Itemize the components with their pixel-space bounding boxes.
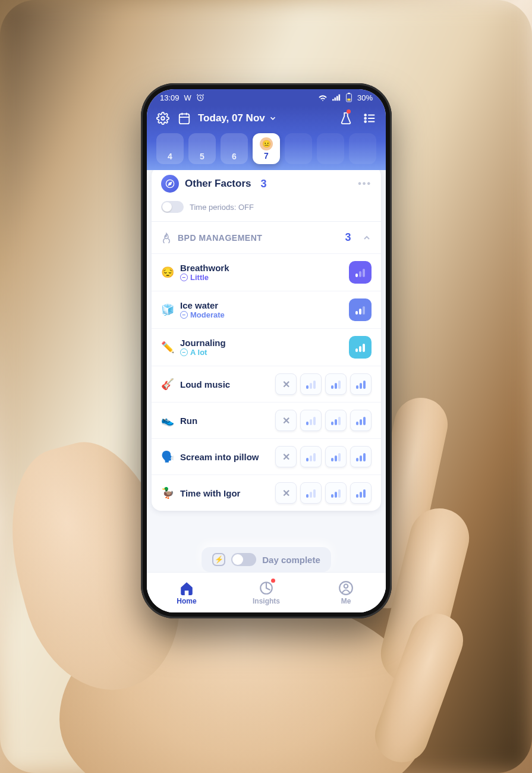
scale-high[interactable] (350, 410, 372, 431)
svg-rect-3 (347, 99, 350, 101)
day-cell[interactable] (317, 133, 344, 164)
scale-none[interactable]: ✕ (275, 446, 297, 467)
section-count: 3 (345, 231, 351, 244)
day-cell[interactable]: 4 (156, 133, 184, 164)
card-count: 3 (260, 178, 266, 190)
item-name: Journaling (180, 338, 343, 348)
section-header[interactable]: BPD MANAGEMENT 3 (152, 222, 381, 253)
scale-low[interactable] (300, 482, 322, 504)
svg-point-10 (364, 121, 366, 122)
chevron-down-icon (269, 114, 277, 122)
nav-me[interactable]: Me (306, 573, 386, 612)
day-complete-bar: ⚡ Day complete (147, 547, 386, 572)
notification-dot (347, 109, 351, 114)
item-emoji: 😔 (161, 266, 174, 279)
time-periods-toggle[interactable] (161, 201, 184, 213)
toggle-label: Time periods: OFF (190, 203, 254, 212)
card-more-icon[interactable]: ••• (358, 178, 372, 189)
scale-med[interactable] (325, 373, 347, 395)
nav-home[interactable]: Home (147, 573, 226, 612)
factor-item[interactable]: 🗣️Scream into pillow✕ (152, 438, 381, 475)
item-name: Ice water (180, 300, 343, 310)
svg-point-6 (364, 114, 366, 116)
settings-icon[interactable] (155, 111, 171, 126)
day-selector: 456😐7 (155, 133, 377, 164)
scale-none[interactable]: ✕ (275, 482, 297, 504)
svg-point-16 (344, 584, 348, 588)
scale-med[interactable] (325, 446, 347, 467)
factor-item[interactable]: 👟Run✕ (152, 402, 381, 438)
content-area: Other Factors 3 ••• Time periods: OFF BP… (147, 170, 386, 612)
svg-point-4 (161, 117, 165, 120)
item-name: Loud music (180, 379, 269, 389)
level-badge[interactable] (349, 298, 372, 321)
item-name: Run (180, 416, 269, 426)
item-emoji: 👟 (161, 414, 174, 427)
user-icon (338, 580, 354, 596)
scale-med[interactable] (325, 482, 347, 504)
level-badge[interactable] (349, 336, 372, 359)
date-label: Today, 07 Nov (198, 112, 265, 124)
section-title: BPD MANAGEMENT (178, 233, 262, 243)
svg-rect-2 (348, 93, 350, 94)
item-emoji: 🗣️ (161, 450, 174, 463)
scale-high[interactable] (350, 482, 372, 504)
status-time: 13:09 (160, 93, 180, 102)
bottom-nav: Home Insights Me (147, 572, 386, 612)
scale-high[interactable] (350, 373, 372, 395)
flame-icon (161, 232, 172, 243)
app-header: Today, 07 Nov 456😐7 (147, 106, 386, 170)
nav-insights[interactable]: Insights (226, 573, 306, 612)
factor-item[interactable]: ✏️Journaling−A lot (152, 328, 381, 366)
factor-item[interactable]: 😔Breathwork−Little (152, 253, 381, 291)
phone-frame: 13:09 W 30% (141, 83, 392, 618)
card-title: Other Factors (185, 178, 251, 190)
lab-icon[interactable] (338, 111, 354, 126)
item-name: Scream into pillow (180, 452, 269, 462)
day-cell[interactable] (285, 133, 312, 164)
scale-high[interactable] (350, 446, 372, 467)
menu-icon[interactable] (362, 111, 377, 126)
day-cell[interactable]: 5 (188, 133, 216, 164)
wifi-icon (318, 94, 328, 101)
chevron-up-icon (362, 233, 372, 243)
signal-icon (332, 94, 341, 101)
lightning-icon: ⚡ (212, 553, 225, 566)
item-level: −Moderate (180, 310, 343, 319)
factor-item[interactable]: 🧊Ice water−Moderate (152, 291, 381, 328)
battery-percent: 30% (357, 93, 373, 102)
svg-rect-5 (180, 114, 190, 124)
scale-none[interactable]: ✕ (275, 410, 297, 431)
item-emoji: 🎸 (161, 378, 174, 391)
item-level: −Little (180, 273, 343, 282)
mood-icon: 😐 (260, 137, 273, 150)
day-complete-toggle[interactable] (231, 553, 256, 566)
status-bar: 13:09 W 30% (147, 89, 386, 106)
item-name: Time with Igor (180, 488, 269, 498)
scale-low[interactable] (300, 446, 322, 467)
svg-marker-13 (168, 182, 171, 185)
day-cell[interactable]: 6 (221, 133, 248, 164)
status-app-icon: W (184, 93, 191, 102)
notification-dot (271, 579, 275, 583)
item-emoji: ✏️ (161, 341, 174, 354)
alarm-icon (196, 93, 204, 102)
date-picker[interactable]: Today, 07 Nov (198, 112, 332, 124)
scale-none[interactable]: ✕ (275, 373, 297, 395)
calendar-icon[interactable] (177, 111, 192, 126)
day-complete-label: Day complete (262, 555, 320, 565)
battery-icon (345, 93, 352, 102)
item-name: Breathwork (180, 263, 343, 273)
day-cell[interactable] (349, 133, 376, 164)
factor-item[interactable]: 🎸Loud music✕ (152, 366, 381, 402)
factor-item[interactable]: 🦆Time with Igor✕ (152, 475, 381, 511)
compass-icon (161, 175, 179, 193)
level-badge[interactable] (349, 261, 372, 284)
scale-low[interactable] (300, 410, 322, 431)
factors-card: Other Factors 3 ••• Time periods: OFF BP… (152, 170, 381, 511)
scale-med[interactable] (325, 410, 347, 431)
day-cell[interactable]: 😐7 (253, 133, 280, 164)
svg-point-8 (364, 118, 366, 120)
screen: 13:09 W 30% (147, 89, 386, 612)
scale-low[interactable] (300, 373, 322, 395)
